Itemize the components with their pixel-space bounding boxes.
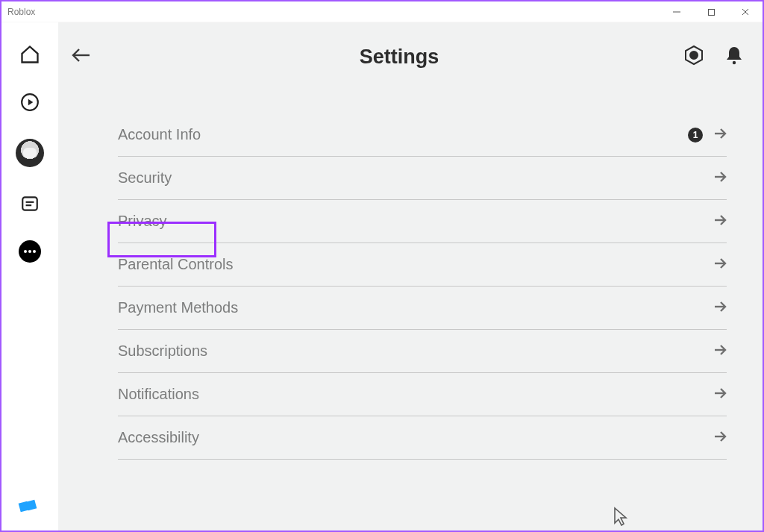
- svg-point-11: [33, 250, 36, 253]
- notifications-icon[interactable]: [725, 46, 743, 68]
- settings-item-label: Parental Controls: [118, 256, 234, 273]
- settings-item-payment-methods[interactable]: Payment Methods: [118, 287, 727, 330]
- svg-point-10: [28, 250, 31, 253]
- settings-item-security[interactable]: Security: [118, 157, 727, 200]
- settings-list: Account Info 1 Security Privacy: [118, 113, 727, 460]
- chevron-right-icon: [713, 300, 727, 316]
- sidebar: [1, 22, 58, 531]
- svg-rect-1: [708, 9, 714, 15]
- window-titlebar: Roblox: [1, 1, 763, 22]
- home-icon[interactable]: [19, 43, 41, 66]
- robux-icon[interactable]: [683, 45, 704, 69]
- settings-item-subscriptions[interactable]: Subscriptions: [118, 330, 727, 373]
- svg-point-9: [24, 250, 27, 253]
- roblox-studio-icon[interactable]: [18, 496, 39, 517]
- settings-item-privacy[interactable]: Privacy: [118, 200, 727, 243]
- chevron-right-icon: [713, 343, 727, 360]
- svg-point-17: [733, 61, 736, 64]
- settings-item-label: Notifications: [118, 386, 199, 403]
- settings-item-label: Account Info: [118, 126, 201, 143]
- avatar-icon[interactable]: [16, 139, 44, 167]
- chevron-right-icon: [713, 213, 727, 230]
- chevron-right-icon: [713, 127, 727, 143]
- back-button[interactable]: [70, 46, 93, 67]
- window-minimize-button[interactable]: [660, 1, 694, 22]
- settings-item-account-info[interactable]: Account Info 1: [118, 113, 727, 157]
- settings-item-label: Payment Methods: [118, 299, 238, 316]
- discover-icon[interactable]: [19, 91, 41, 113]
- cursor-icon: [613, 507, 628, 526]
- messages-icon[interactable]: [19, 193, 41, 215]
- settings-item-notifications[interactable]: Notifications: [118, 373, 727, 416]
- svg-marker-5: [28, 99, 34, 106]
- page-header: Settings: [58, 22, 763, 91]
- svg-rect-6: [22, 197, 37, 210]
- more-icon[interactable]: [19, 240, 41, 263]
- svg-point-16: [690, 51, 698, 59]
- main-content: Settings Account Info 1: [58, 22, 763, 531]
- settings-item-label: Accessibility: [118, 429, 199, 446]
- window-title: Roblox: [7, 7, 35, 17]
- settings-item-label: Subscriptions: [118, 342, 207, 360]
- chevron-right-icon: [713, 387, 727, 403]
- chevron-right-icon: [713, 257, 727, 273]
- window-close-button[interactable]: [728, 1, 763, 22]
- settings-item-label: Security: [118, 169, 172, 187]
- window-controls: [660, 1, 763, 22]
- settings-item-accessibility[interactable]: Accessibility: [118, 416, 727, 460]
- notification-badge: 1: [688, 128, 703, 143]
- chevron-right-icon: [713, 430, 727, 446]
- settings-item-parental-controls[interactable]: Parental Controls: [118, 243, 727, 287]
- page-title: Settings: [115, 46, 683, 69]
- settings-item-label: Privacy: [118, 213, 167, 230]
- window-maximize-button[interactable]: [694, 1, 728, 22]
- chevron-right-icon: [713, 170, 727, 187]
